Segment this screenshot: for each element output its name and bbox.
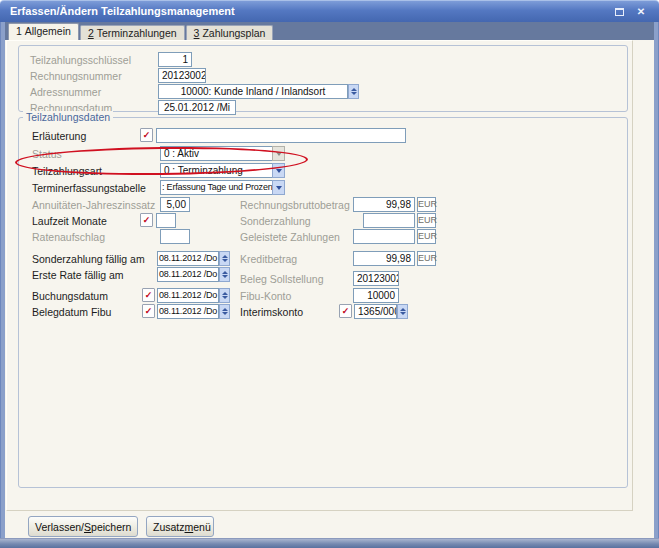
fibu-konto-label: Fibu-Konto <box>240 290 291 302</box>
erste-rate-field[interactable]: 08.11.2012 /Do <box>157 267 219 282</box>
rechnungsbrutto-currency: EUR <box>417 197 436 212</box>
adressnummer-label: Adressnummer <box>30 86 101 98</box>
beleg-sollstellung-label: Beleg Sollstellung <box>240 273 323 285</box>
spinner-up-icon <box>222 271 228 274</box>
beleg-sollstellung-field[interactable]: 20123002 <box>353 271 399 286</box>
teilzahlungsschluessel-field[interactable]: 1 <box>158 52 192 67</box>
interimskonto-label: Interimskonto <box>240 306 303 318</box>
rechnungsbrutto-label: Rechnungsbruttobetrag <box>240 199 350 211</box>
save-label-mnemonic: S <box>84 521 91 533</box>
sonderzahlung-currency: EUR <box>417 213 436 228</box>
terminerfassungstabelle-field[interactable]: : Erfassung Tage und Prozent <box>160 180 273 195</box>
tab-allgemein-label: Allgemein <box>25 25 71 37</box>
save-label-pre: Verlassen/ <box>35 521 84 533</box>
rechnungsnummer-field[interactable]: 20123002 <box>158 68 206 83</box>
teilzahlungsdaten-group-title: Teilzahlungsdaten <box>23 111 113 123</box>
annuitaeten-label: Annuitäten-Jahreszinssatz <box>32 199 155 211</box>
sonderzahlung-faellig-spinner[interactable] <box>219 251 230 266</box>
belegdatum-spinner[interactable] <box>219 304 230 319</box>
erlaeuterung-edit-check-icon[interactable]: ✓ <box>140 128 153 142</box>
menu-label-mnemonic: m <box>185 521 194 533</box>
spinner-up-icon <box>222 292 228 295</box>
spinner-down-icon <box>222 312 228 315</box>
buchungsdatum-label: Buchungsdatum <box>32 290 108 302</box>
restore-glyph <box>615 8 624 16</box>
tab-list: 1 Allgemein 2 Terminzahlungen 3 Zahlungs… <box>8 23 274 40</box>
chevron-down-icon <box>276 169 282 173</box>
interimskonto-edit-check-icon[interactable]: ✓ <box>339 304 352 318</box>
geleistete-label: Geleistete Zahlungen <box>240 231 340 243</box>
title-bar[interactable]: Erfassen/Ändern Teilzahlungsmanagement ✕ <box>0 0 659 22</box>
restore-icon[interactable] <box>615 6 627 18</box>
spinner-down-icon <box>222 296 228 299</box>
spinner-down-icon <box>222 275 228 278</box>
erste-rate-label: Erste Rate fällig am <box>32 269 124 281</box>
spinner-up-icon <box>222 308 228 311</box>
kreditbetrag-label: Kreditbetrag <box>240 253 297 265</box>
tab-terminzahlungen[interactable]: 2 Terminzahlungen <box>80 25 185 40</box>
adressnummer-field[interactable]: 10000: Kunde Inland / Inlandsort <box>158 84 348 99</box>
save-label-post: peichern <box>91 521 131 533</box>
spinner-up-icon <box>400 308 406 311</box>
belegdatum-label: Belegdatum Fibu <box>32 306 111 318</box>
close-icon[interactable]: ✕ <box>635 6 647 18</box>
laufzeit-field[interactable] <box>156 213 176 228</box>
laufzeit-edit-check-icon[interactable]: ✓ <box>140 213 153 227</box>
buchungsdatum-edit-check-icon[interactable]: ✓ <box>142 288 155 302</box>
tab-allgemein-num: 1 <box>16 25 22 37</box>
adressnummer-spinner[interactable] <box>348 84 359 99</box>
kreditbetrag-currency: EUR <box>417 251 436 266</box>
window-frame-right <box>654 22 659 538</box>
teilzahlungsschluessel-label: Teilzahlungsschlüssel <box>30 54 131 66</box>
verlassen-speichern-button[interactable]: Verlassen/Speichern <box>28 516 138 537</box>
sonderzahlung-label: Sonderzahlung <box>240 215 311 227</box>
terminerfassungstabelle-label: Terminerfassungstabelle <box>32 182 146 194</box>
rechnungsnummer-label: Rechnungsnummer <box>30 70 122 82</box>
chevron-down-icon <box>276 186 282 190</box>
tab-terminzahlungen-label: Terminzahlungen <box>97 27 177 39</box>
annuitaeten-field[interactable]: 5,00 <box>160 197 190 212</box>
spinner-up-icon <box>222 255 228 258</box>
dialog-window: Erfassen/Ändern Teilzahlungsmanagement ✕… <box>0 0 659 548</box>
window-title: Erfassen/Ändern Teilzahlungsmanagement <box>10 5 235 17</box>
tab-zahlungsplan-label: Zahlungsplan <box>202 27 265 39</box>
terminerfassungstabelle-dropdown-button[interactable] <box>272 180 285 195</box>
spinner-down-icon <box>400 312 406 315</box>
menu-label-pre: Zusatz <box>153 521 185 533</box>
buchungsdatum-spinner[interactable] <box>219 288 230 303</box>
window-frame-left <box>0 22 5 538</box>
tab-terminzahlungen-num: 2 <box>88 27 94 39</box>
tab-allgemein[interactable]: 1 Allgemein <box>8 23 79 40</box>
interimskonto-spinner[interactable] <box>397 304 408 319</box>
buchungsdatum-field[interactable]: 08.11.2012 /Do <box>157 288 219 303</box>
tab-zahlungsplan-num: 3 <box>194 27 200 39</box>
sonderzahlung-faellig-label: Sonderzahlung fällig am <box>32 253 145 265</box>
erste-rate-spinner[interactable] <box>219 267 230 282</box>
spinner-down-icon <box>222 259 228 262</box>
geleistete-field[interactable] <box>353 229 415 244</box>
window-frame-bottom <box>0 538 659 548</box>
tab-bar: 1 Allgemein 2 Terminzahlungen 3 Zahlungs… <box>5 22 654 40</box>
sonderzahlung-faellig-field[interactable]: 08.11.2012 /Do <box>157 251 219 266</box>
belegdatum-edit-check-icon[interactable]: ✓ <box>142 304 155 318</box>
zusatzmenu-button[interactable]: Zusatzmenü <box>146 516 214 537</box>
menu-label-post: enü <box>193 521 211 533</box>
erlaeuterung-field[interactable] <box>156 128 406 143</box>
laufzeit-label: Laufzeit Monate <box>32 215 107 227</box>
belegdatum-field[interactable]: 08.11.2012 /Do <box>157 304 219 319</box>
interimskonto-field[interactable]: 1365/000 <box>354 304 397 319</box>
tab-zahlungsplan[interactable]: 3 Zahlungsplan <box>186 25 274 40</box>
sonderzahlung-field[interactable] <box>363 213 415 228</box>
kreditbetrag-field[interactable]: 99,98 <box>353 251 415 266</box>
erlaeuterung-label: Erläuterung <box>32 130 86 142</box>
geleistete-currency: EUR <box>417 229 436 244</box>
spinner-down-icon <box>351 92 357 95</box>
rechnungsdatum-field[interactable]: 25.01.2012 /Mi <box>158 100 236 115</box>
ratenaufschlag-field[interactable] <box>160 229 190 244</box>
rechnungsbrutto-field[interactable]: 99,98 <box>353 197 415 212</box>
ratenaufschlag-label: Ratenaufschlag <box>32 231 105 243</box>
spinner-up-icon <box>351 88 357 91</box>
fibu-konto-field[interactable]: 10000 <box>353 288 399 303</box>
